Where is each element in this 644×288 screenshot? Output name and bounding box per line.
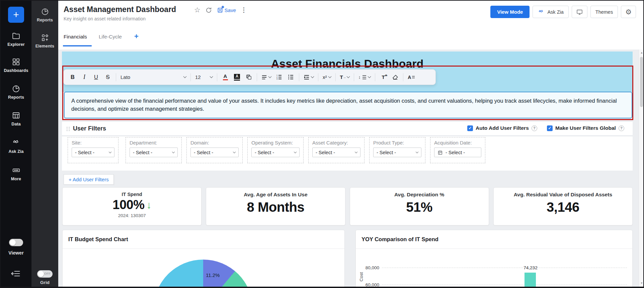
elements-shapes-icon <box>41 33 49 42</box>
sidebar-item-data[interactable]: Data <box>1 111 31 126</box>
character-spacing-button[interactable]: T≐ <box>380 73 387 82</box>
viewer-toggle[interactable] <box>9 239 23 246</box>
kpi-card-it-spend[interactable]: IT Spend 100% ↓ 2024: 130307 <box>62 187 202 225</box>
viewer-toggle-label: Viewer <box>1 250 31 256</box>
italic-button[interactable]: I <box>81 73 88 82</box>
chart-it-budget-spend[interactable]: IT Budget Spend Chart 11.2% <box>62 230 345 288</box>
chart-title: IT Budget Spend Chart <box>63 230 344 249</box>
secondary-sidebar: Reports Elements OFF Grid <box>31 1 58 287</box>
chart-yoy-comparison[interactable]: YOY Comparison of IT Spend Cost 80,000 6… <box>355 230 633 288</box>
vertical-scrollbar[interactable]: ▲ ▼ <box>639 50 644 287</box>
sidebar-item-label: Data <box>1 122 31 126</box>
favorite-star-icon[interactable]: ☆ <box>194 6 200 14</box>
bar-2024[interactable] <box>525 273 536 288</box>
acquisition-date-picker[interactable]: - Select - <box>434 148 481 157</box>
scrollbar-thumb[interactable] <box>640 57 643 107</box>
themes-button[interactable]: Themes <box>590 6 618 18</box>
add-tab-button[interactable]: + <box>134 32 139 41</box>
grid-toggle[interactable]: OFF <box>37 270 53 278</box>
clear-format-button[interactable] <box>391 73 399 82</box>
font-color-button[interactable]: A <box>222 73 229 82</box>
kpi-value: 100% ↓ <box>112 198 151 212</box>
collapse-arrow-icon <box>11 270 21 278</box>
view-mode-button[interactable]: View Mode <box>490 6 530 18</box>
pie-chart-icon <box>41 7 49 16</box>
change-case-button[interactable]: A <box>408 73 415 82</box>
kpi-title: Avg. Depreciation % <box>394 192 444 198</box>
bold-button[interactable]: B <box>69 73 76 82</box>
ordered-list-button[interactable]: 123 <box>275 73 283 82</box>
sidebar-item-ask-zia[interactable]: Ask Zia <box>1 138 31 154</box>
add-user-filters-button[interactable]: + Add User Filters <box>64 174 114 185</box>
sidebar-item-explorer[interactable]: Explorer <box>1 31 31 47</box>
chevron-down-icon <box>311 75 314 78</box>
make-user-filters-global-checkbox[interactable]: ✓ Make User Filters Global ? <box>547 125 624 131</box>
scroll-up-arrow-icon[interactable]: ▲ <box>639 51 644 54</box>
kpi-card-avg-age[interactable]: Avg. Age of Assets In Use 8 Months <box>206 187 345 225</box>
create-button[interactable]: + <box>8 7 24 23</box>
ordered-list-icon: 123 <box>276 74 282 80</box>
font-size-select[interactable]: 12 <box>195 74 213 80</box>
kpi-card-avg-depreciation[interactable]: Avg. Depreciation % 51% <box>350 187 489 225</box>
line-spacing-select[interactable]: ↕ <box>358 73 371 82</box>
chevron-down-icon <box>328 75 331 78</box>
arrow-right-icon: → <box>343 75 346 79</box>
sidebar-item-reports[interactable]: Reports <box>1 84 31 100</box>
sidebar-item-more[interactable]: More <box>1 166 31 181</box>
kpi-title: Avg. Residual Value of Disposed Assets <box>514 192 612 198</box>
indent-select[interactable] <box>304 73 314 82</box>
site-select[interactable]: - Select - <box>72 148 114 157</box>
help-icon[interactable]: ? <box>532 125 537 131</box>
underline-button[interactable]: U <box>92 73 100 82</box>
asset-category-select[interactable]: - Select - <box>312 148 360 157</box>
superscript-select[interactable]: x² <box>323 73 331 82</box>
format-painter-icon <box>246 74 252 80</box>
description-text-widget[interactable]: A comprehensive view of the financial pe… <box>64 92 632 118</box>
kpi-value: 3,146 <box>547 200 579 215</box>
zia-icon <box>538 9 545 15</box>
sidebar-item-label: Reports <box>1 95 31 100</box>
text-direction-select[interactable]: T→ <box>340 73 349 82</box>
folder-icon <box>12 31 20 40</box>
panel-item-reports[interactable]: Reports <box>31 7 58 22</box>
page-title: Asset Management Dashboard <box>64 5 176 14</box>
panel-item-elements[interactable]: Elements <box>31 33 58 49</box>
bullet-list-button[interactable] <box>287 73 295 82</box>
sidebar-item-dashboards[interactable]: Dashboards <box>1 58 31 73</box>
primary-sidebar: + Explorer Dashboards Reports Data Ask Z… <box>1 1 31 287</box>
save-button[interactable]: ✱ Save <box>217 7 236 13</box>
strikethrough-button[interactable]: S <box>104 73 111 82</box>
pie-chart[interactable] <box>154 260 253 288</box>
chevron-down-icon <box>210 75 213 78</box>
more-ellipsis-icon <box>12 166 21 175</box>
line-spacing-icon: ↕ <box>358 75 361 80</box>
product-type-select[interactable]: - Select - <box>373 148 421 157</box>
monitor-icon <box>576 9 583 15</box>
scroll-down-arrow-icon[interactable]: ▼ <box>639 282 644 285</box>
align-select[interactable] <box>261 73 271 82</box>
settings-button[interactable]: ⚙ <box>621 6 636 18</box>
font-family-select[interactable]: Lato <box>120 74 186 80</box>
grid-toggle-item: OFF Grid <box>31 270 58 285</box>
chevron-down-icon <box>355 150 357 153</box>
page-subtitle: Key insight on asset related information <box>64 16 146 21</box>
indent-icon <box>304 75 310 80</box>
filter-department: Department: - Select - <box>126 137 182 163</box>
tab-financials[interactable]: Financials <box>64 34 87 40</box>
highlight-color-button[interactable]: A <box>233 73 241 82</box>
collapse-sidebar-button[interactable] <box>11 270 21 278</box>
tab-life-cycle[interactable]: Life-Cycle <box>99 34 122 40</box>
format-painter-button[interactable] <box>245 73 252 82</box>
help-icon[interactable]: ? <box>619 125 624 131</box>
domain-select[interactable]: - Select - <box>190 148 239 157</box>
ask-zia-button[interactable]: Ask Zia <box>533 6 568 18</box>
auto-add-user-filters-checkbox[interactable]: ✓ Auto Add User Filters ? <box>467 125 537 131</box>
kpi-card-avg-residual-value[interactable]: Avg. Residual Value of Disposed Assets 3… <box>493 187 633 225</box>
refresh-icon[interactable] <box>205 7 212 14</box>
drag-handle-icon[interactable] <box>66 126 70 131</box>
department-select[interactable]: - Select - <box>130 148 178 157</box>
presentation-button[interactable] <box>572 6 587 18</box>
dashboards-grid-icon <box>12 58 20 66</box>
operating-system-select[interactable]: - Select - <box>251 148 300 157</box>
kebab-menu-icon[interactable]: ⋮ <box>241 6 247 14</box>
